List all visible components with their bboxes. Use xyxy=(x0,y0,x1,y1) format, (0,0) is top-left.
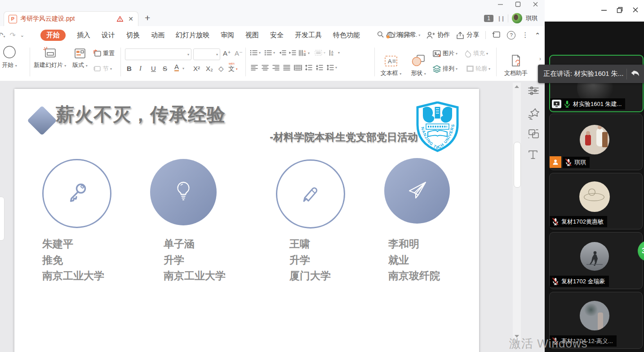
superscript-button[interactable]: X² xyxy=(193,65,200,72)
align-center-icon[interactable] xyxy=(262,65,269,70)
strikethrough-button[interactable]: S xyxy=(163,65,167,72)
arrange-button[interactable]: 排列 ▾ xyxy=(432,65,457,73)
font-color-caret-icon[interactable]: ▾ xyxy=(182,66,184,70)
clear-format-icon[interactable]: ◇ xyxy=(218,65,224,73)
divider xyxy=(508,14,508,22)
start-menu-button[interactable]: 开始 ▾ xyxy=(0,44,27,69)
distribute-text-icon[interactable] xyxy=(294,65,302,70)
speaking-toast: 正在讲话: 材实验1601 朱... xyxy=(538,65,644,83)
line-spacing-icon[interactable]: ▾ xyxy=(326,65,337,70)
collapse-ribbon-icon[interactable]: ⌃ xyxy=(535,31,540,39)
layout-button[interactable]: 版式 ▾ xyxy=(68,44,92,69)
collaborate-button[interactable]: 协作 xyxy=(426,31,450,39)
participant-name: 复材1702黄惠敏 xyxy=(561,218,604,226)
section-button[interactable]: 节 ▾ xyxy=(93,65,112,73)
shapes-button[interactable]: 形状 ▾ xyxy=(407,52,430,77)
maximize-icon[interactable] xyxy=(515,1,521,10)
tab-animation[interactable]: 动画 xyxy=(151,31,164,40)
decrease-spacing-icon[interactable] xyxy=(315,65,323,70)
tab-devtools[interactable]: 开发工具 xyxy=(295,31,322,40)
tab-insert[interactable]: 插入 xyxy=(77,31,90,40)
share-button[interactable]: 分享 xyxy=(456,31,479,39)
scroll-up-icon[interactable] xyxy=(515,85,519,88)
align-left-icon[interactable] xyxy=(251,65,258,70)
message-count-badge[interactable]: 1 xyxy=(484,15,493,22)
grow-font-button[interactable]: A⁺ xyxy=(223,49,231,57)
increase-indent-icon[interactable] xyxy=(289,50,296,56)
tab-transition[interactable]: 切换 xyxy=(126,31,140,40)
picture-button[interactable]: 图片 ▾ xyxy=(432,49,457,57)
graduate-result: 升学 xyxy=(289,252,331,268)
tab-review[interactable]: 审阅 xyxy=(221,31,234,40)
animation-pane-icon[interactable] xyxy=(528,108,540,122)
subscript-button[interactable]: X₂ xyxy=(206,65,213,72)
text-direction-icon[interactable]: AB▾ xyxy=(329,50,340,56)
transition-pane-icon[interactable] xyxy=(528,128,540,141)
help-icon[interactable]: ? xyxy=(507,31,515,40)
undo-icon[interactable]: ↶▾ xyxy=(0,31,5,40)
participant-tile[interactable]: 37 复材1702 金瑞豪 xyxy=(549,232,643,289)
tab-view[interactable]: 视图 xyxy=(245,31,259,40)
tab-security[interactable]: 安全 xyxy=(270,31,284,40)
redo-icon[interactable]: ↷ xyxy=(9,31,15,40)
participant-tile[interactable]: 复材1702黄惠敏 xyxy=(549,173,643,229)
more-menu-icon[interactable]: ⋮ xyxy=(522,31,529,39)
doc-assistant-button[interactable]: 文档助手 xyxy=(500,52,532,77)
tab-slideshow[interactable]: 幻灯片放映 xyxy=(176,31,209,40)
object-properties-icon[interactable] xyxy=(528,85,539,98)
scrollbar-thumb[interactable] xyxy=(514,142,521,188)
text-pane-icon[interactable] xyxy=(528,149,538,162)
font-size-select[interactable]: ▾ xyxy=(193,48,220,60)
new-tab-button[interactable]: + xyxy=(145,13,150,23)
outline-button[interactable]: 轮廓 ▾ xyxy=(466,65,490,73)
vertical-scrollbar[interactable] xyxy=(513,83,521,340)
increase-spacing-icon[interactable] xyxy=(305,65,312,70)
textbox-button[interactable]: A 文本框 ▾ xyxy=(377,52,405,77)
columns-icon[interactable]: A▾ xyxy=(298,50,310,56)
close-icon[interactable] xyxy=(533,1,538,10)
tab-home[interactable]: 开始 xyxy=(40,30,66,41)
reply-arrow-icon[interactable] xyxy=(630,69,640,79)
participant-name-bar: 琪琪 xyxy=(563,157,590,168)
font-color-button[interactable]: A xyxy=(174,64,179,71)
slide-canvas[interactable]: 薪火不灭，传承经验 -材料学院本科生党支部党日活动 NANJING TECH U… xyxy=(14,89,479,352)
restore-icon[interactable] xyxy=(617,7,623,15)
minimize-icon[interactable] xyxy=(497,1,503,10)
desktop-screen: P 考研学风云建设.ppt ✕ + 1 ❙❙ 琪琪 ↶▾ xyxy=(0,0,644,352)
document-title: 考研学风云建设.ppt xyxy=(20,15,116,23)
tab-design[interactable]: 设计 xyxy=(102,31,115,40)
bold-button[interactable]: B xyxy=(127,65,132,72)
close-icon[interactable] xyxy=(632,7,639,15)
numbered-list-icon[interactable]: ▾ xyxy=(264,50,275,56)
tab-features[interactable]: 特色功能 xyxy=(333,31,360,40)
activate-windows-watermark: 激活 Windows xyxy=(509,336,588,352)
participant-tile[interactable]: 材实验1601 朱建... xyxy=(549,55,644,112)
document-tab[interactable]: P 考研学风云建设.ppt ✕ xyxy=(4,11,138,26)
underline-button[interactable]: U xyxy=(151,65,156,72)
new-slide-button[interactable]: 新建幻灯片 ▾ xyxy=(30,44,70,69)
align-justify-icon[interactable] xyxy=(283,65,290,70)
text-box-options-icon[interactable]: ▾ xyxy=(315,50,325,56)
search-icon xyxy=(377,31,384,39)
collapse-panel-icon[interactable]: › xyxy=(539,56,541,62)
minimize-icon[interactable] xyxy=(601,7,607,15)
user-avatar[interactable] xyxy=(512,13,522,23)
graduate-school: 南京玻纤院 xyxy=(388,268,440,284)
italic-button[interactable]: I xyxy=(139,65,142,72)
customize-toolbar-icon[interactable]: ⌄ xyxy=(20,32,24,38)
warning-icon[interactable] xyxy=(116,16,124,22)
font-name-select[interactable]: ▾ xyxy=(125,48,191,60)
shrink-font-button[interactable]: A⁻ xyxy=(235,49,243,57)
tab-close-icon[interactable]: ✕ xyxy=(128,15,133,22)
fill-button[interactable]: 填充 ▾ xyxy=(463,49,488,57)
align-right-icon[interactable] xyxy=(272,65,280,70)
reset-button[interactable]: 重置 xyxy=(93,49,115,57)
participant-tile[interactable]: 琪琪 xyxy=(549,114,643,170)
cloud-status-button[interactable]: ! 有异常▾ xyxy=(385,31,420,39)
new-pane-icon[interactable] xyxy=(492,31,501,40)
participant-name: 琪琪 xyxy=(574,158,586,167)
decrease-indent-icon[interactable] xyxy=(279,50,286,56)
left-scrollbar-thumb[interactable] xyxy=(0,197,4,241)
avatar xyxy=(580,301,609,330)
bullet-list-icon[interactable]: ▾ xyxy=(250,50,261,56)
